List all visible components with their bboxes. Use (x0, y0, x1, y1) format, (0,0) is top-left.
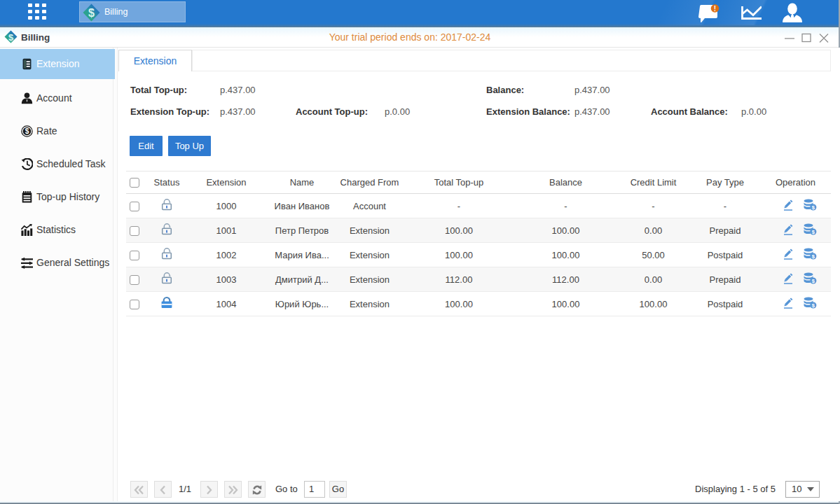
svg-text:$: $ (25, 127, 29, 135)
svg-text:$: $ (8, 32, 14, 43)
svg-text:$: $ (88, 7, 95, 19)
svg-text:!: ! (714, 5, 716, 13)
